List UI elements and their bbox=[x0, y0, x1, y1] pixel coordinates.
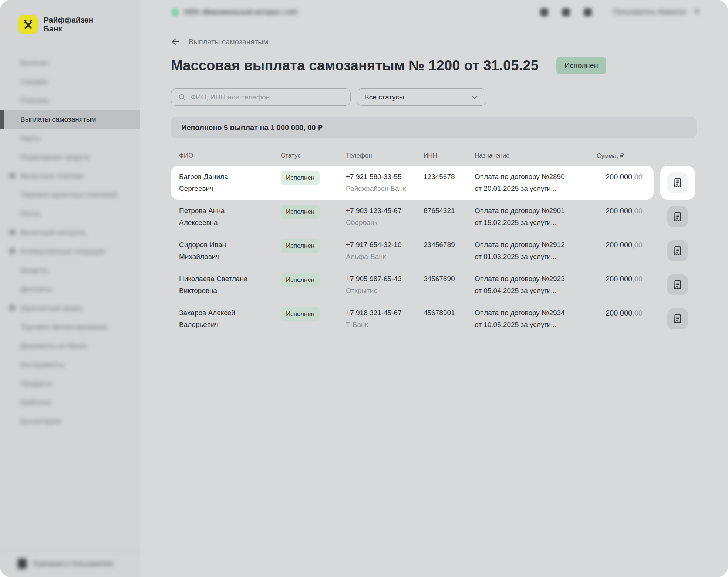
receipt-button[interactable] bbox=[667, 240, 688, 261]
payee-name: Николаева СветланаВикторовна bbox=[179, 273, 281, 297]
sidebar-item[interactable]: Продукты bbox=[0, 374, 140, 393]
raiffeisen-logo-icon bbox=[18, 15, 38, 34]
payment-status: Исполнен bbox=[281, 205, 346, 229]
chevron-down-icon bbox=[471, 93, 479, 101]
payment-amount: 200 000,00 bbox=[597, 273, 643, 297]
topbar-icon-1[interactable] bbox=[540, 8, 548, 16]
expander-icon bbox=[10, 305, 15, 310]
status-chip: Исполнен bbox=[281, 307, 320, 321]
payment-status: Исполнен bbox=[281, 273, 346, 297]
topbar-icon-2[interactable] bbox=[562, 8, 570, 16]
payment-purpose: Оплата по договору №2923от 05.04.2025 за… bbox=[475, 273, 597, 297]
sidebar-item[interactable]: Валютные платежи bbox=[0, 166, 140, 185]
table-row[interactable]: Захаров АлексейВалерьевич Исполнен +7 91… bbox=[171, 302, 697, 336]
col-header-inn: ИНН bbox=[424, 152, 475, 159]
topbar: ООО «Максимальный интерес» счёт Пользова… bbox=[140, 0, 728, 24]
sidebar-item[interactable]: Зарплатный проект bbox=[0, 298, 140, 317]
col-header-purpose: Назначение bbox=[475, 152, 597, 159]
payee-inn: 23456789 bbox=[424, 239, 475, 263]
col-header-status: Статус bbox=[281, 152, 346, 159]
sidebar-footer-company-users[interactable]: Компания и пользователи bbox=[0, 551, 140, 577]
payee-name: Багров ДанилаСергеевич bbox=[179, 171, 281, 195]
status-chip: Исполнен bbox=[281, 171, 320, 185]
payment-amount: 200 000,00 bbox=[597, 171, 643, 195]
table-row[interactable]: Багров ДанилаСергеевич Исполнен +7 921 5… bbox=[171, 166, 697, 200]
search-input[interactable] bbox=[191, 93, 344, 101]
receipt-icon bbox=[672, 245, 683, 256]
sidebar-item[interactable]: Карты bbox=[0, 129, 140, 148]
sidebar-nav: Выписки Справки Платежи Выплаты самозаня… bbox=[0, 53, 140, 431]
table-row[interactable]: Сидоров ИванМихайлович Исполнен +7 917 6… bbox=[171, 234, 697, 268]
expander-icon bbox=[10, 173, 15, 178]
payee-inn: 87654321 bbox=[424, 205, 475, 229]
main-area: ООО «Максимальный интерес» счёт Пользова… bbox=[140, 0, 728, 577]
user-menu[interactable]: Пользователь Фамилия bbox=[613, 8, 700, 16]
receipt-icon bbox=[672, 313, 683, 324]
sidebar-item-payouts-selfemployed[interactable]: Выплаты самозанятым bbox=[0, 110, 140, 129]
table-row[interactable]: Петрова АннаАлексеевна Исполнен +7 903 1… bbox=[171, 200, 697, 234]
sidebar-item[interactable]: Валютный контроль bbox=[0, 223, 140, 242]
sidebar-item[interactable]: Депозиты bbox=[0, 280, 140, 298]
receipt-button[interactable] bbox=[667, 172, 688, 193]
payee-inn: 45678901 bbox=[424, 307, 475, 331]
payee-phone: +7 917 654-32-10Альфа-Банк bbox=[346, 239, 424, 263]
sidebar-item[interactable]: Платежи bbox=[0, 91, 140, 110]
sidebar-item[interactable]: Кредиты bbox=[0, 261, 140, 280]
company-status-dot-icon bbox=[171, 8, 179, 16]
payee-inn: 12345678 bbox=[424, 171, 475, 195]
payment-status: Исполнен bbox=[281, 239, 346, 263]
payment-purpose: Оплата по договору №2912от 01.03.2025 за… bbox=[475, 239, 597, 263]
payment-amount: 200 000,00 bbox=[597, 307, 643, 331]
sidebar-item[interactable]: Таможня валютных платежей bbox=[0, 185, 140, 204]
receipt-button[interactable] bbox=[667, 206, 688, 227]
sidebar-item[interactable]: Шаблоны bbox=[0, 393, 140, 412]
company-selector[interactable]: ООО «Максимальный интерес» счёт bbox=[171, 8, 298, 16]
receipt-button[interactable] bbox=[667, 308, 688, 329]
receipt-icon bbox=[672, 211, 683, 222]
payee-phone: +7 921 580-33-55Райффайзен Банк bbox=[346, 171, 424, 195]
payment-status: Исполнен bbox=[281, 307, 346, 331]
topbar-icon-3[interactable] bbox=[584, 8, 592, 16]
payee-inn: 34567890 bbox=[424, 273, 475, 297]
table-header: ФИО Статус Телефон ИНН Назначение Сумма,… bbox=[171, 148, 654, 163]
payee-name: Сидоров ИванМихайлович bbox=[179, 239, 281, 263]
summary-text: Исполнено 5 выплат на 1 000 000, 00 ₽ bbox=[181, 123, 323, 132]
app-window: Райффайзен Банк Выписки Справки Платежи … bbox=[0, 0, 728, 577]
sidebar-item[interactable]: Размещение средств bbox=[0, 148, 140, 166]
sidebar-item[interactable]: Почта bbox=[0, 204, 140, 223]
company-icon bbox=[18, 559, 27, 569]
expander-icon bbox=[10, 249, 15, 254]
payee-bank: Райффайзен Банк bbox=[346, 183, 424, 195]
status-filter-dropdown[interactable]: Все статусы bbox=[357, 88, 486, 106]
sidebar-item[interactable]: Инструменты bbox=[0, 355, 140, 374]
payee-phone: +7 903 123-45-67Сбербанк bbox=[346, 205, 424, 229]
col-header-phone: Телефон bbox=[346, 152, 424, 159]
search-field[interactable] bbox=[171, 88, 351, 106]
payee-bank: Открытие bbox=[346, 285, 424, 297]
payment-amount: 200 000,00 bbox=[597, 239, 643, 263]
back-arrow-icon bbox=[171, 37, 181, 47]
status-chip: Исполнен bbox=[281, 239, 320, 253]
status-chip: Исполнен bbox=[281, 273, 320, 287]
brand-name: Райффайзен Банк bbox=[44, 16, 93, 33]
col-header-amount: Сумма, ₽ bbox=[597, 152, 643, 160]
sidebar-item[interactable]: Справки bbox=[0, 72, 140, 91]
payee-bank: Альфа-Банк bbox=[346, 251, 424, 263]
brand-logo: Райффайзен Банк bbox=[0, 0, 140, 34]
sidebar-item[interactable]: Торговое финансирование bbox=[0, 317, 140, 336]
breadcrumb-back[interactable]: Выплаты самозанятым bbox=[171, 36, 697, 47]
summary-bar: Исполнено 5 выплат на 1 000 000, 00 ₽ bbox=[171, 117, 697, 138]
payee-name: Петрова АннаАлексеевна bbox=[179, 205, 281, 229]
page-content: Выплаты самозанятым Массовая выплата сам… bbox=[171, 36, 697, 336]
sidebar-item[interactable]: Бухгалтерия bbox=[0, 412, 140, 431]
payment-amount: 200 000,00 bbox=[597, 205, 643, 229]
payments-table: Багров ДанилаСергеевич Исполнен +7 921 5… bbox=[171, 166, 697, 336]
payment-purpose: Оплата по договору №2901от 15.02.2025 за… bbox=[475, 205, 597, 229]
payee-name: Захаров АлексейВалерьевич bbox=[179, 307, 281, 331]
table-row[interactable]: Николаева СветланаВикторовна Исполнен +7… bbox=[171, 268, 697, 302]
receipt-button[interactable] bbox=[667, 274, 688, 295]
sidebar-item[interactable]: Документы из банка bbox=[0, 336, 140, 355]
sidebar-item[interactable]: Конверсионные операции bbox=[0, 242, 140, 261]
payee-phone: +7 918 321-45-67Т-Банк bbox=[346, 307, 424, 331]
sidebar-item[interactable]: Выписки bbox=[0, 53, 140, 72]
